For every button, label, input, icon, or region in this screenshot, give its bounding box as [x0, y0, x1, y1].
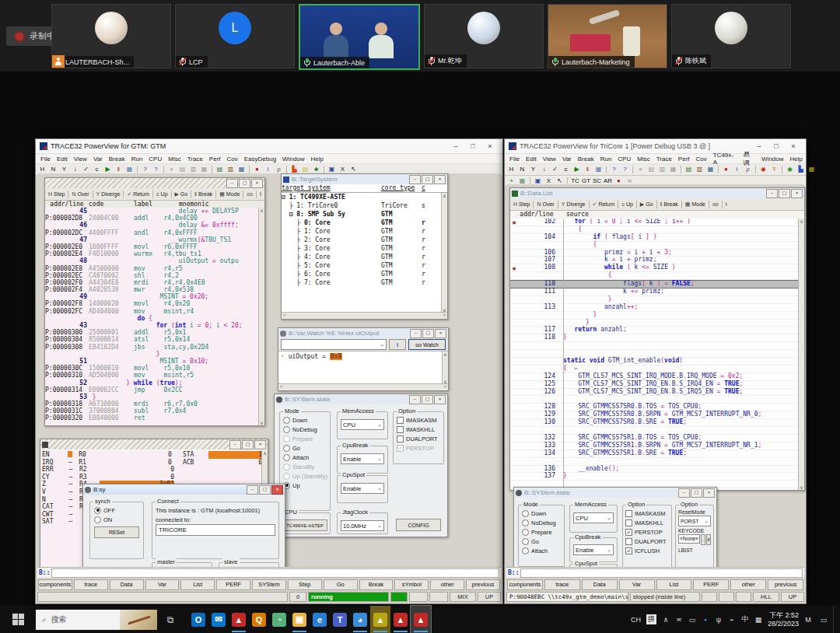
mail-icon[interactable]: ✉: [208, 606, 229, 633]
asm-row[interactable]: P:00000308E84102D4jbs sta,cy,0x2D4: [45, 344, 259, 351]
radio-prepare[interactable]: Prepare: [522, 527, 564, 537]
context-help-icon[interactable]: ?: [620, 165, 630, 174]
asm-row[interactable]: P:00000320E0040000ret: [45, 414, 259, 421]
asm-row[interactable]: P:0000030025000001addl r5,0x1: [45, 329, 259, 336]
mode-icon[interactable]: ▦: [593, 165, 604, 174]
asm-row[interactable]: P:0000031C37000004subl r7,0x4: [45, 407, 259, 414]
go-button[interactable]: ▶Go: [172, 190, 190, 199]
source-row[interactable]: 53}: [45, 393, 259, 400]
list-icon[interactable]: ▤: [646, 165, 656, 174]
participant-tile[interactable]: LLCP: [175, 4, 295, 68]
app-green-icon[interactable]: ◔: [269, 606, 289, 633]
asm-row[interactable]: P:000002E4F4D10000wurmx r4,tbu_ts1: [45, 250, 259, 257]
task-view-icon[interactable]: ⧉: [157, 606, 184, 633]
trace32-icon-3[interactable]: ▲: [390, 606, 411, 633]
return-icon[interactable]: ✓: [550, 165, 560, 174]
source-row[interactable]: {: [510, 272, 799, 280]
menu-item-cov[interactable]: Cov: [693, 156, 710, 163]
radio-on[interactable]: ON: [94, 515, 143, 524]
break-button[interactable]: ‖Break: [658, 200, 681, 209]
source-row[interactable]: static void GTM_int_enable(void): [510, 358, 799, 365]
trace32-icon[interactable]: ▲: [229, 606, 249, 633]
connected-to-input[interactable]: TRICORE: [156, 524, 275, 536]
command-input[interactable]: [51, 568, 499, 578]
tree-row[interactable]: ├ 6: CoreGTMr: [282, 270, 442, 278]
input-language-indicator[interactable]: CH: [631, 616, 641, 624]
over-button[interactable]: NOver: [534, 200, 556, 209]
help-icon[interactable]: ?: [609, 165, 619, 174]
menu-item-window[interactable]: Window: [279, 156, 307, 163]
maximize-button[interactable]: ▢: [259, 485, 271, 495]
break-icon[interactable]: ‖: [583, 165, 593, 174]
keycode-value[interactable]: «None»: [678, 534, 700, 544]
register-row[interactable]: IRQ–R10ACB0: [40, 459, 262, 467]
cpubreak-dropdown[interactable]: Enable⌄: [341, 453, 384, 464]
watch-add-button[interactable]: oo Watch: [408, 339, 446, 350]
data-list-window[interactable]: B::Data.List –▢× HStepNOverYDiverge✓Retu…: [509, 187, 805, 491]
step-button[interactable]: HStep: [511, 200, 532, 209]
checkbox-imaskhll[interactable]: IMASKHLL: [397, 425, 443, 434]
file-explorer-icon[interactable]: ▣: [289, 606, 310, 633]
menu-item-trace[interactable]: Trace: [184, 156, 206, 163]
asm-row[interactable]: P:000002E8A4500000mov r4,r5: [45, 265, 259, 272]
icon-button[interactable]: t: [257, 190, 264, 199]
list-window[interactable]: –▢× HStepNOverYDiverge✓ReturncUp▶Go‖Brea…: [44, 177, 265, 426]
minimize-button[interactable]: –: [766, 189, 778, 198]
step-button[interactable]: HStep: [46, 190, 67, 199]
jtagclock-dropdown[interactable]: 10.0MHz⌄: [341, 520, 384, 531]
keycode-dot-button[interactable]: .: [701, 534, 705, 545]
source-row[interactable]: 47__wurmx(&TBU_TS1: [45, 236, 259, 243]
softkey-previous[interactable]: previous: [466, 579, 500, 590]
source-row[interactable]: }: [510, 312, 799, 320]
lang-cn-icon[interactable]: 中: [741, 614, 749, 624]
coin-red-icon[interactable]: ◉: [758, 165, 768, 174]
quick-search-icon[interactable]: Q: [249, 606, 269, 633]
asm-row[interactable]: P:000002F0A44304E8mrdi r4,r4,0x4E8: [45, 279, 259, 286]
close-button[interactable]: ×: [271, 485, 283, 495]
minimize-button[interactable]: –: [226, 179, 238, 188]
softkey-components[interactable]: components: [38, 579, 72, 590]
softkey-perf[interactable]: PERF: [216, 579, 250, 590]
target-system-vscroll[interactable]: ∧∨: [441, 193, 447, 313]
maximize-button[interactable]: ▢: [422, 395, 433, 404]
keycode-x-button[interactable]: X: [706, 534, 711, 545]
tree-row[interactable]: ├ 3: CoreGTMr: [282, 244, 442, 253]
participant-tile[interactable]: Mr.乾坤: [424, 4, 544, 68]
source-row[interactable]: 104if ( flags[ i ] ): [510, 234, 799, 242]
teams-icon[interactable]: T: [330, 606, 350, 633]
source-row[interactable]: 126GTM_CLS7_MCS_SINT_IRQ_EN.B.S_IRQ5_EN …: [510, 389, 799, 397]
asm-row[interactable]: P:000002DC4400FFFFandl r4,0xFFFF: [45, 229, 259, 236]
checkbox-icflush[interactable]: ✓ICFLUSH: [625, 546, 671, 555]
go-icon[interactable]: ▶: [572, 165, 582, 174]
system-state-left-titlebar[interactable]: B::SYStem.state –▢×: [275, 394, 447, 404]
flag-blue-icon[interactable]: ▙: [796, 165, 806, 174]
softkey-system[interactable]: SYStem: [252, 579, 286, 590]
menu-item-perf[interactable]: Perf: [206, 156, 224, 163]
close-button[interactable]: ×: [785, 142, 802, 150]
source-row[interactable]: 52} while (true);: [45, 379, 259, 386]
diverge-icon[interactable]: Y: [528, 165, 538, 174]
return-button[interactable]: ✓Return: [124, 190, 152, 199]
radio-nodebug[interactable]: NoDebug: [522, 518, 564, 527]
tree-row[interactable]: ├ 5: CoreGTMr: [282, 261, 442, 270]
menu-item-run[interactable]: Run: [597, 156, 615, 163]
system-state-window-left[interactable]: B::SYStem.state –▢× Mode DownNoDebugPrep…: [274, 393, 448, 537]
source-row[interactable]: 48uiOutput = outpu: [45, 257, 259, 264]
softkey-var[interactable]: Var: [145, 579, 180, 590]
menu-item-var[interactable]: Var: [90, 156, 106, 163]
source-row[interactable]: 130SRC_GTMMCSS7SR0.B.SRE = TRUE;: [510, 419, 799, 427]
taskbar-clock[interactable]: 下午 2:52 28/2/2023: [768, 611, 799, 628]
list-rows[interactable]: 45delay += DELAYSPP:000002D824004C00addl…: [45, 208, 259, 425]
menu-item-window[interactable]: Window: [758, 156, 786, 163]
maximize-button[interactable]: □: [768, 142, 785, 150]
maximize-button[interactable]: ▢: [422, 175, 433, 184]
tree-row[interactable]: ├ 1: CoreGTMr: [282, 227, 442, 236]
source-row[interactable]: 111k += primz;: [510, 289, 799, 296]
close-button[interactable]: ×: [254, 440, 266, 449]
source-row[interactable]: 45delay += DELAYSP: [45, 208, 259, 215]
source-row[interactable]: do {: [45, 315, 259, 322]
radio-up[interactable]: Up: [283, 481, 328, 490]
participant-tile[interactable]: LAUTERBACH-Sh...: [51, 4, 171, 68]
softkey-previous[interactable]: previous: [768, 579, 803, 590]
menu-item-run[interactable]: Run: [128, 156, 146, 163]
